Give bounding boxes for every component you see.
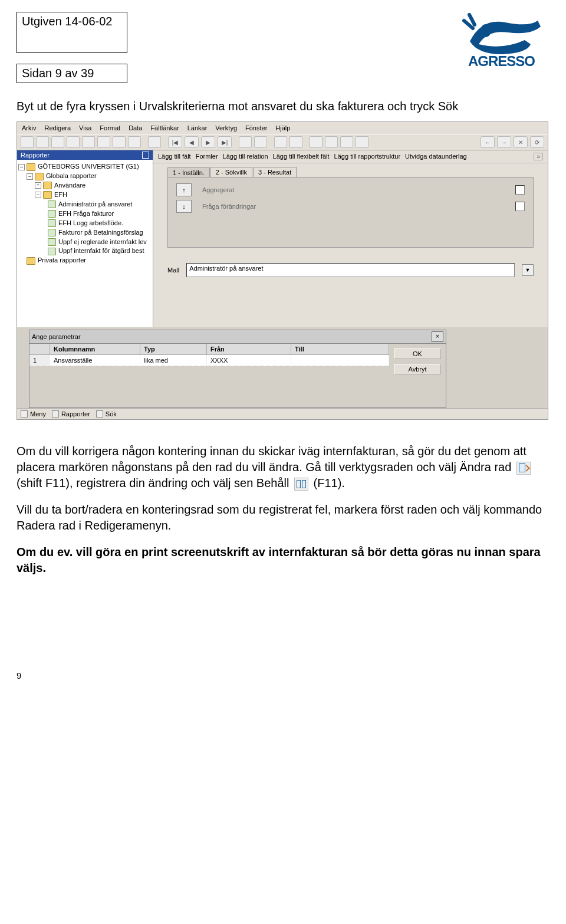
tree-item[interactable]: Uppf ej reglerade internfakt lev <box>58 238 147 245</box>
hist-refresh-icon[interactable]: ⟳ <box>530 136 544 148</box>
tb-btn-chart[interactable] <box>289 136 302 148</box>
tab-installn[interactable]: 1 - Inställn. <box>167 167 210 177</box>
nav-next-icon[interactable]: ▶ <box>201 136 215 148</box>
tb-btn-grid[interactable] <box>274 136 287 148</box>
tree-item[interactable]: Fakturor på Betalningsförslag <box>58 229 143 236</box>
tb-btn-sigma[interactable] <box>310 136 323 148</box>
folder-icon <box>35 173 44 180</box>
bt-sok[interactable]: Sök <box>96 410 117 417</box>
move-up-icon[interactable]: ↑ <box>176 183 192 196</box>
bt-meny[interactable]: Meny <box>21 410 46 417</box>
param-row[interactable]: 1 Ansvarsställe lika med XXXX <box>29 355 389 366</box>
menu-verktyg[interactable]: Verktyg <box>215 124 237 131</box>
tree-item[interactable]: Uppf internfakt för åtgärd best <box>58 247 144 254</box>
chevron-more-icon[interactable]: » <box>534 153 543 160</box>
tree-item[interactable]: EFH Logg arbetsflöde. <box>58 219 123 226</box>
menu-fonster[interactable]: Fönster <box>245 124 267 131</box>
menu-faltlankar[interactable]: Fältlänkar <box>150 124 179 131</box>
ts-formler[interactable]: Formler <box>196 153 218 160</box>
tb-btn-save[interactable] <box>36 136 49 148</box>
tree-privata[interactable]: Privata rapporter <box>38 257 86 264</box>
label-aggregerat: Aggregerat <box>202 186 505 193</box>
menu-visa[interactable]: Visa <box>79 124 91 131</box>
tree-collapse-icon[interactable]: − <box>27 173 33 180</box>
bottom-tabs: Meny Rapporter Sök <box>17 408 548 419</box>
bt-rapporter[interactable]: Rapporter <box>52 410 90 417</box>
tb-btn-filter[interactable] <box>97 136 110 148</box>
menu-hjalp[interactable]: Hjälp <box>275 124 290 131</box>
issued-box: Utgiven 14-06-02 <box>17 12 127 53</box>
param-row-typ: lika med <box>140 355 207 366</box>
pageof-text: Sidan 9 av 39 <box>22 67 94 80</box>
cancel-button[interactable]: Avbryt <box>394 364 441 374</box>
tree-globala[interactable]: Globala rapporter <box>46 172 97 179</box>
param-head-till: Till <box>291 344 389 354</box>
ts-lagg-falt[interactable]: Lägg till fält <box>158 153 191 160</box>
report-icon <box>48 200 56 208</box>
checkbox-aggregerat[interactable] <box>515 185 525 195</box>
mall-input[interactable]: Administratör på ansvaret <box>186 263 515 277</box>
tb-btn-search[interactable] <box>82 136 95 148</box>
tb-btn-sort[interactable] <box>113 136 126 148</box>
mall-dropdown-icon[interactable]: ▼ <box>522 264 534 276</box>
footer-page-number: 9 <box>17 670 549 680</box>
hist-stop-icon[interactable]: ✕ <box>514 136 528 148</box>
sidebar-title-label: Rapporter <box>21 152 50 159</box>
folder-icon <box>43 191 52 199</box>
sidebar-title: Rapporter <box>17 150 153 160</box>
ok-button[interactable]: OK <box>394 348 441 359</box>
tab-resultat[interactable]: 3 - Resultat <box>253 167 297 177</box>
tb-btn-eq[interactable] <box>128 136 141 148</box>
tree-item[interactable]: Administratör på ansvaret <box>58 200 132 208</box>
tree-expand-icon[interactable]: + <box>35 182 41 189</box>
hist-back-icon[interactable]: ← <box>481 136 495 148</box>
tb-btn-a[interactable] <box>239 136 252 148</box>
svg-text:AGRESSO: AGRESSO <box>468 53 535 68</box>
tb-btn-help[interactable] <box>148 136 161 148</box>
menu-redigera[interactable]: Redigera <box>44 124 71 131</box>
report-icon <box>48 238 56 246</box>
mall-label: Mall <box>167 267 179 274</box>
param-row-fran[interactable]: XXXX <box>207 355 291 366</box>
nav-prev-icon[interactable]: ◀ <box>185 136 199 148</box>
ts-lagg-rapport[interactable]: Lägg till rapportstruktur <box>334 153 401 160</box>
ts-lagg-relation[interactable]: Lägg till relation <box>223 153 268 160</box>
menu-lankar[interactable]: Länkar <box>187 124 208 131</box>
tree-anvandare[interactable]: Användare <box>54 182 85 189</box>
tb-btn-fx[interactable] <box>325 136 338 148</box>
report-icon <box>48 229 56 236</box>
issued-text: Utgiven 14-06-02 <box>22 15 112 28</box>
move-down-icon[interactable]: ↓ <box>176 200 192 213</box>
nav-last-icon[interactable]: ▶| <box>218 136 232 148</box>
sidebar: Rapporter −GÖTEBORGS UNIVERSITET (G1) −G… <box>17 150 153 327</box>
report-icon <box>48 219 56 227</box>
checkbox-fraga[interactable] <box>515 202 525 211</box>
ts-utvidga[interactable]: Utvidga dataunderlag <box>405 153 467 160</box>
hist-fwd-icon[interactable]: → <box>497 136 511 148</box>
tree-item[interactable]: EFH Fråga fakturor <box>58 210 114 217</box>
menu-format[interactable]: Format <box>100 124 120 131</box>
menu-arkiv[interactable]: Arkiv <box>22 124 36 131</box>
report-tree[interactable]: −GÖTEBORGS UNIVERSITET (G1) −Globala rap… <box>17 160 153 327</box>
pageof-box: Sidan 9 av 39 <box>17 64 127 83</box>
tb-btn-b[interactable] <box>254 136 267 148</box>
report-icon <box>48 248 56 255</box>
tb-btn-max[interactable] <box>356 136 368 148</box>
menu-data[interactable]: Data <box>129 124 142 131</box>
app-screenshot: Arkiv Redigera Visa Format Data Fältlänk… <box>17 121 548 420</box>
tab-sokvillk[interactable]: 2 - Sökvillk <box>210 167 252 177</box>
ts-lagg-flexi[interactable]: Lägg till flexibelt fält <box>273 153 330 160</box>
close-icon[interactable]: × <box>432 331 443 342</box>
tb-btn-col[interactable] <box>340 136 353 148</box>
pin-icon[interactable] <box>142 152 149 159</box>
tree-root[interactable]: GÖTEBORGS UNIVERSITET (G1) <box>38 163 139 170</box>
tree-efh[interactable]: EFH <box>54 191 67 198</box>
nav-first-icon[interactable]: |◀ <box>168 136 182 148</box>
tree-collapse-icon[interactable]: − <box>35 192 41 198</box>
tb-btn-check[interactable] <box>67 136 80 148</box>
param-row-n: 1 <box>29 355 50 366</box>
tb-btn-open[interactable] <box>51 136 64 148</box>
param-row-till[interactable] <box>291 355 389 366</box>
tb-btn-print[interactable] <box>21 136 34 148</box>
tree-collapse-icon[interactable]: − <box>18 164 25 170</box>
